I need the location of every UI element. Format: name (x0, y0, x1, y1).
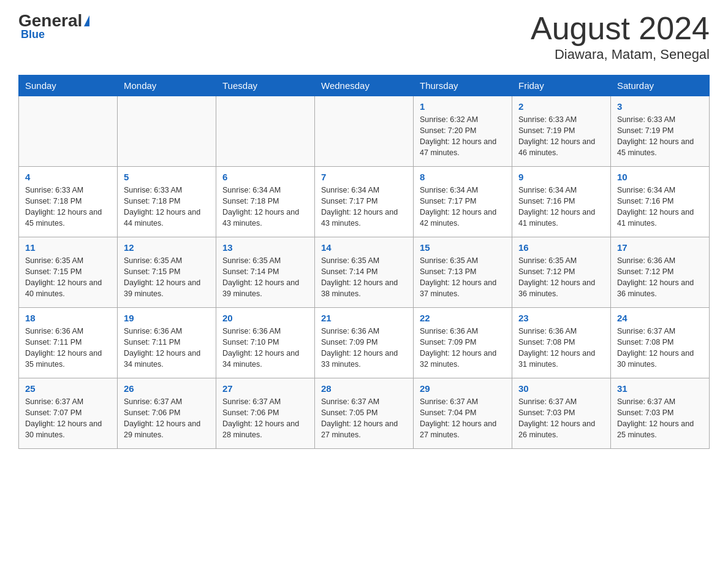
day-info: Sunrise: 6:32 AMSunset: 7:20 PMDaylight:… (420, 114, 506, 159)
day-info: Sunrise: 6:37 AMSunset: 7:03 PMDaylight:… (617, 396, 703, 441)
day-number: 28 (321, 383, 407, 394)
day-number: 13 (222, 242, 308, 253)
day-number: 17 (617, 242, 703, 253)
day-cell: 27Sunrise: 6:37 AMSunset: 7:06 PMDayligh… (216, 378, 315, 449)
day-info: Sunrise: 6:37 AMSunset: 7:04 PMDaylight:… (420, 396, 506, 441)
day-cell: 28Sunrise: 6:37 AMSunset: 7:05 PMDayligh… (315, 378, 414, 449)
day-cell: 24Sunrise: 6:37 AMSunset: 7:08 PMDayligh… (611, 308, 710, 378)
day-cell: 25Sunrise: 6:37 AMSunset: 7:07 PMDayligh… (19, 378, 118, 449)
day-info: Sunrise: 6:36 AMSunset: 7:11 PMDaylight:… (25, 326, 111, 370)
calendar-table: SundayMondayTuesdayWednesdayThursdayFrid… (18, 75, 710, 449)
day-info: Sunrise: 6:34 AMSunset: 7:16 PMDaylight:… (617, 185, 703, 229)
day-cell: 6Sunrise: 6:34 AMSunset: 7:18 PMDaylight… (216, 167, 315, 237)
day-number: 26 (124, 383, 210, 394)
day-number: 8 (420, 172, 506, 182)
day-number: 15 (420, 242, 506, 253)
day-info: Sunrise: 6:33 AMSunset: 7:19 PMDaylight:… (518, 114, 604, 159)
day-cell: 19Sunrise: 6:36 AMSunset: 7:11 PMDayligh… (118, 308, 216, 378)
day-info: Sunrise: 6:37 AMSunset: 7:05 PMDaylight:… (321, 396, 407, 441)
day-cell: 18Sunrise: 6:36 AMSunset: 7:11 PMDayligh… (19, 308, 118, 378)
day-info: Sunrise: 6:33 AMSunset: 7:18 PMDaylight:… (124, 185, 210, 229)
day-info: Sunrise: 6:36 AMSunset: 7:08 PMDaylight:… (518, 326, 604, 370)
day-number: 23 (518, 313, 604, 323)
week-row-5: 25Sunrise: 6:37 AMSunset: 7:07 PMDayligh… (19, 378, 710, 449)
day-number: 29 (420, 383, 506, 394)
day-info: Sunrise: 6:34 AMSunset: 7:16 PMDaylight:… (518, 185, 604, 229)
header-cell-sunday: Sunday (19, 75, 118, 96)
day-cell: 22Sunrise: 6:36 AMSunset: 7:09 PMDayligh… (414, 308, 512, 378)
day-number: 1 (420, 101, 506, 112)
logo: General Blue (18, 12, 89, 41)
day-cell: 1Sunrise: 6:32 AMSunset: 7:20 PMDaylight… (414, 96, 512, 167)
day-number: 11 (25, 242, 111, 253)
calendar-body: 1Sunrise: 6:32 AMSunset: 7:20 PMDaylight… (19, 96, 710, 449)
day-cell (118, 96, 216, 167)
location-title: Diawara, Matam, Senegal (531, 47, 710, 63)
day-cell: 12Sunrise: 6:35 AMSunset: 7:15 PMDayligh… (118, 237, 216, 308)
day-number: 2 (518, 101, 604, 112)
day-cell: 29Sunrise: 6:37 AMSunset: 7:04 PMDayligh… (414, 378, 512, 449)
day-number: 12 (124, 242, 210, 253)
day-info: Sunrise: 6:34 AMSunset: 7:17 PMDaylight:… (321, 185, 407, 229)
day-info: Sunrise: 6:34 AMSunset: 7:18 PMDaylight:… (222, 185, 308, 229)
day-cell: 5Sunrise: 6:33 AMSunset: 7:18 PMDaylight… (118, 167, 216, 237)
day-cell: 3Sunrise: 6:33 AMSunset: 7:19 PMDaylight… (611, 96, 710, 167)
day-cell: 17Sunrise: 6:36 AMSunset: 7:12 PMDayligh… (611, 237, 710, 308)
day-cell: 11Sunrise: 6:35 AMSunset: 7:15 PMDayligh… (19, 237, 118, 308)
day-number: 3 (617, 101, 703, 112)
day-number: 7 (321, 172, 407, 182)
day-number: 16 (518, 242, 604, 253)
day-info: Sunrise: 6:36 AMSunset: 7:09 PMDaylight:… (321, 326, 407, 370)
calendar-header: SundayMondayTuesdayWednesdayThursdayFrid… (19, 75, 710, 96)
day-info: Sunrise: 6:36 AMSunset: 7:12 PMDaylight:… (617, 255, 703, 300)
day-cell: 13Sunrise: 6:35 AMSunset: 7:14 PMDayligh… (216, 237, 315, 308)
header-row: SundayMondayTuesdayWednesdayThursdayFrid… (19, 75, 710, 96)
day-info: Sunrise: 6:35 AMSunset: 7:14 PMDaylight:… (222, 255, 308, 300)
day-info: Sunrise: 6:37 AMSunset: 7:08 PMDaylight:… (617, 326, 703, 370)
day-number: 27 (222, 383, 308, 394)
day-cell: 23Sunrise: 6:36 AMSunset: 7:08 PMDayligh… (512, 308, 611, 378)
day-number: 18 (25, 313, 111, 323)
day-cell: 14Sunrise: 6:35 AMSunset: 7:14 PMDayligh… (315, 237, 414, 308)
day-info: Sunrise: 6:35 AMSunset: 7:14 PMDaylight:… (321, 255, 407, 300)
day-number: 19 (124, 313, 210, 323)
header-cell-friday: Friday (512, 75, 611, 96)
day-number: 6 (222, 172, 308, 182)
header-cell-tuesday: Tuesday (216, 75, 315, 96)
day-cell: 21Sunrise: 6:36 AMSunset: 7:09 PMDayligh… (315, 308, 414, 378)
logo-general: General (18, 12, 82, 29)
week-row-2: 4Sunrise: 6:33 AMSunset: 7:18 PMDaylight… (19, 167, 710, 237)
day-cell (216, 96, 315, 167)
week-row-3: 11Sunrise: 6:35 AMSunset: 7:15 PMDayligh… (19, 237, 710, 308)
day-number: 5 (124, 172, 210, 182)
day-info: Sunrise: 6:33 AMSunset: 7:18 PMDaylight:… (25, 185, 111, 229)
header-cell-wednesday: Wednesday (315, 75, 414, 96)
day-number: 22 (420, 313, 506, 323)
day-info: Sunrise: 6:36 AMSunset: 7:10 PMDaylight:… (222, 326, 308, 370)
day-cell: 7Sunrise: 6:34 AMSunset: 7:17 PMDaylight… (315, 167, 414, 237)
day-cell: 26Sunrise: 6:37 AMSunset: 7:06 PMDayligh… (118, 378, 216, 449)
day-info: Sunrise: 6:37 AMSunset: 7:06 PMDaylight:… (222, 396, 308, 441)
day-info: Sunrise: 6:36 AMSunset: 7:11 PMDaylight:… (124, 326, 210, 370)
day-cell: 8Sunrise: 6:34 AMSunset: 7:17 PMDaylight… (414, 167, 512, 237)
day-cell: 2Sunrise: 6:33 AMSunset: 7:19 PMDaylight… (512, 96, 611, 167)
day-number: 10 (617, 172, 703, 182)
day-cell: 16Sunrise: 6:35 AMSunset: 7:12 PMDayligh… (512, 237, 611, 308)
day-number: 9 (518, 172, 604, 182)
day-number: 25 (25, 383, 111, 394)
day-cell: 15Sunrise: 6:35 AMSunset: 7:13 PMDayligh… (414, 237, 512, 308)
day-number: 21 (321, 313, 407, 323)
month-title: August 2024 (531, 12, 710, 44)
day-info: Sunrise: 6:36 AMSunset: 7:09 PMDaylight:… (420, 326, 506, 370)
logo-blue: Blue (18, 28, 45, 41)
day-cell: 9Sunrise: 6:34 AMSunset: 7:16 PMDaylight… (512, 167, 611, 237)
title-block: August 2024 Diawara, Matam, Senegal (531, 12, 710, 63)
week-row-1: 1Sunrise: 6:32 AMSunset: 7:20 PMDaylight… (19, 96, 710, 167)
day-number: 20 (222, 313, 308, 323)
day-cell: 30Sunrise: 6:37 AMSunset: 7:03 PMDayligh… (512, 378, 611, 449)
day-cell: 4Sunrise: 6:33 AMSunset: 7:18 PMDaylight… (19, 167, 118, 237)
header-cell-monday: Monday (118, 75, 216, 96)
day-number: 30 (518, 383, 604, 394)
day-info: Sunrise: 6:37 AMSunset: 7:06 PMDaylight:… (124, 396, 210, 441)
day-info: Sunrise: 6:35 AMSunset: 7:12 PMDaylight:… (518, 255, 604, 300)
